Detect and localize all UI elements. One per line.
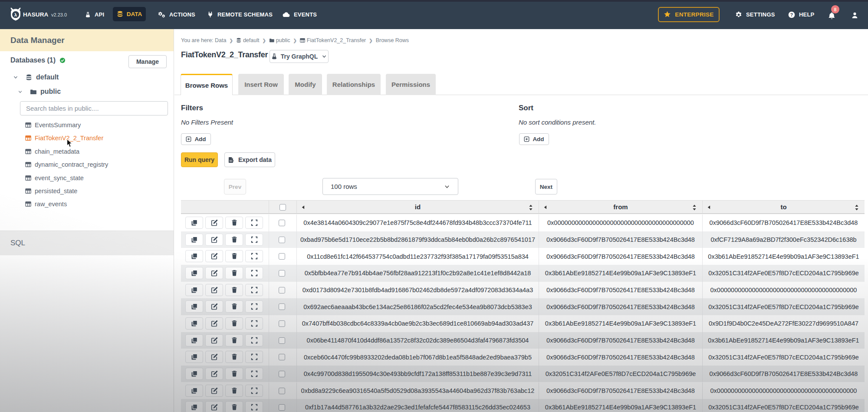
- svg-text:λ: λ: [14, 12, 17, 17]
